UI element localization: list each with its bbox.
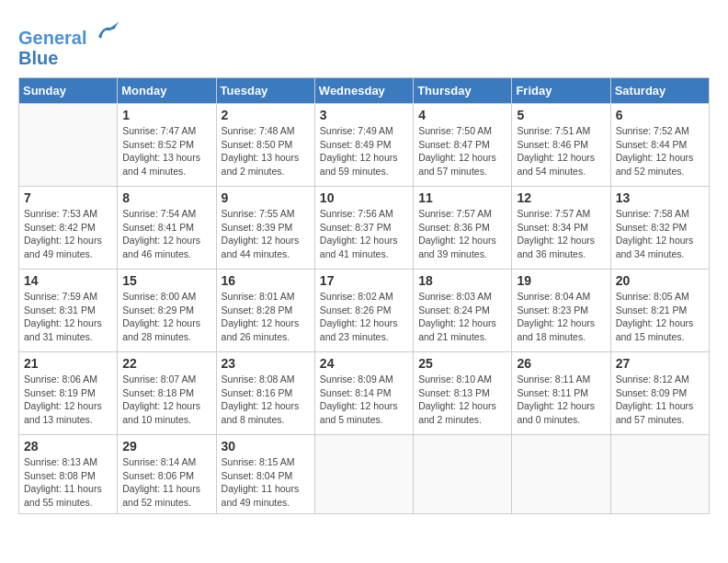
calendar-cell: 5Sunrise: 7:51 AMSunset: 8:46 PMDaylight… [512, 104, 610, 187]
day-number: 20 [616, 273, 704, 288]
weekday-header-saturday: Saturday [610, 78, 709, 104]
day-number: 30 [222, 439, 310, 454]
weekday-header-row: SundayMondayTuesdayWednesdayThursdayFrid… [19, 78, 710, 104]
day-number: 1 [122, 108, 210, 122]
calendar-cell: 25Sunrise: 8:10 AMSunset: 8:13 PMDayligh… [414, 352, 512, 435]
calendar-cell [314, 435, 413, 514]
day-info: Sunrise: 8:15 AMSunset: 8:04 PMDaylight:… [222, 455, 310, 510]
day-info: Sunrise: 8:05 AMSunset: 8:21 PMDaylight:… [616, 290, 704, 344]
calendar-cell: 14Sunrise: 7:59 AMSunset: 8:31 PMDayligh… [19, 270, 118, 352]
calendar-week-row: 7Sunrise: 7:53 AMSunset: 8:42 PMDaylight… [19, 187, 710, 270]
weekday-header-thursday: Thursday [414, 78, 512, 104]
day-info: Sunrise: 7:55 AMSunset: 8:39 PMDaylight:… [222, 207, 310, 261]
calendar-cell: 20Sunrise: 8:05 AMSunset: 8:21 PMDayligh… [610, 270, 709, 352]
calendar-week-row: 14Sunrise: 7:59 AMSunset: 8:31 PMDayligh… [19, 270, 710, 352]
day-number: 22 [122, 356, 210, 371]
day-number: 16 [222, 273, 310, 288]
calendar-cell: 23Sunrise: 8:08 AMSunset: 8:16 PMDayligh… [216, 352, 314, 435]
day-info: Sunrise: 8:09 AMSunset: 8:14 PMDaylight:… [320, 373, 408, 427]
weekday-header-wednesday: Wednesday [314, 78, 413, 104]
day-number: 18 [418, 273, 506, 288]
day-number: 6 [616, 108, 704, 122]
day-info: Sunrise: 8:03 AMSunset: 8:24 PMDaylight:… [418, 290, 506, 344]
day-info: Sunrise: 7:52 AMSunset: 8:44 PMDaylight:… [616, 124, 704, 178]
calendar-cell: 1Sunrise: 7:47 AMSunset: 8:52 PMDaylight… [118, 104, 216, 187]
day-info: Sunrise: 7:50 AMSunset: 8:47 PMDaylight:… [418, 124, 506, 178]
day-number: 13 [616, 190, 704, 205]
day-info: Sunrise: 8:11 AMSunset: 8:11 PMDaylight:… [517, 373, 605, 427]
logo: General Blue [18, 18, 121, 68]
day-info: Sunrise: 8:10 AMSunset: 8:13 PMDaylight:… [418, 373, 506, 427]
day-number: 10 [320, 190, 408, 205]
calendar-week-row: 21Sunrise: 8:06 AMSunset: 8:19 PMDayligh… [19, 352, 710, 435]
calendar-cell: 30Sunrise: 8:15 AMSunset: 8:04 PMDayligh… [216, 435, 314, 514]
calendar-cell: 28Sunrise: 8:13 AMSunset: 8:08 PMDayligh… [19, 435, 118, 514]
day-number: 15 [122, 273, 210, 288]
calendar-cell: 21Sunrise: 8:06 AMSunset: 8:19 PMDayligh… [19, 352, 118, 435]
day-number: 14 [24, 273, 112, 288]
day-number: 28 [24, 439, 112, 454]
calendar-cell [610, 435, 709, 514]
day-info: Sunrise: 8:04 AMSunset: 8:23 PMDaylight:… [517, 290, 605, 344]
calendar-cell: 12Sunrise: 7:57 AMSunset: 8:34 PMDayligh… [512, 187, 610, 270]
day-info: Sunrise: 8:12 AMSunset: 8:09 PMDaylight:… [616, 373, 704, 427]
day-number: 11 [418, 190, 506, 205]
day-info: Sunrise: 7:58 AMSunset: 8:32 PMDaylight:… [616, 207, 704, 261]
calendar-week-row: 1Sunrise: 7:47 AMSunset: 8:52 PMDaylight… [19, 104, 710, 187]
day-number: 8 [122, 190, 210, 205]
calendar-cell [19, 104, 118, 187]
day-number: 7 [24, 190, 112, 205]
calendar-cell [512, 435, 610, 514]
calendar-cell: 17Sunrise: 8:02 AMSunset: 8:26 PMDayligh… [314, 270, 413, 352]
day-number: 29 [122, 439, 210, 454]
day-number: 19 [517, 273, 605, 288]
day-number: 17 [320, 273, 408, 288]
calendar-cell: 11Sunrise: 7:57 AMSunset: 8:36 PMDayligh… [414, 187, 512, 270]
calendar-cell [414, 435, 512, 514]
calendar-cell: 24Sunrise: 8:09 AMSunset: 8:14 PMDayligh… [314, 352, 413, 435]
calendar-cell: 22Sunrise: 8:07 AMSunset: 8:18 PMDayligh… [118, 352, 216, 435]
day-number: 26 [517, 356, 605, 371]
day-info: Sunrise: 7:48 AMSunset: 8:50 PMDaylight:… [222, 124, 310, 178]
calendar-cell: 13Sunrise: 7:58 AMSunset: 8:32 PMDayligh… [610, 187, 709, 270]
calendar-week-row: 28Sunrise: 8:13 AMSunset: 8:08 PMDayligh… [19, 435, 710, 514]
weekday-header-monday: Monday [118, 78, 216, 104]
day-info: Sunrise: 8:00 AMSunset: 8:29 PMDaylight:… [122, 290, 210, 344]
weekday-header-tuesday: Tuesday [216, 78, 314, 104]
day-number: 4 [418, 108, 506, 122]
day-info: Sunrise: 7:53 AMSunset: 8:42 PMDaylight:… [24, 207, 112, 261]
day-number: 12 [517, 190, 605, 205]
calendar-cell: 18Sunrise: 8:03 AMSunset: 8:24 PMDayligh… [414, 270, 512, 352]
calendar-cell: 19Sunrise: 8:04 AMSunset: 8:23 PMDayligh… [512, 270, 610, 352]
calendar-cell: 15Sunrise: 8:00 AMSunset: 8:29 PMDayligh… [118, 270, 216, 352]
day-info: Sunrise: 7:54 AMSunset: 8:41 PMDaylight:… [122, 207, 210, 261]
day-info: Sunrise: 8:01 AMSunset: 8:28 PMDaylight:… [222, 290, 310, 344]
day-info: Sunrise: 8:07 AMSunset: 8:18 PMDaylight:… [122, 373, 210, 427]
day-number: 3 [320, 108, 408, 122]
calendar-cell: 7Sunrise: 7:53 AMSunset: 8:42 PMDaylight… [19, 187, 118, 270]
calendar-cell: 2Sunrise: 7:48 AMSunset: 8:50 PMDaylight… [216, 104, 314, 187]
calendar-cell: 16Sunrise: 8:01 AMSunset: 8:28 PMDayligh… [216, 270, 314, 352]
weekday-header-friday: Friday [512, 78, 610, 104]
day-number: 24 [320, 356, 408, 371]
day-number: 27 [616, 356, 704, 371]
logo-general: General [18, 28, 86, 48]
day-info: Sunrise: 7:57 AMSunset: 8:36 PMDaylight:… [418, 207, 506, 261]
day-number: 9 [222, 190, 310, 205]
calendar-table: SundayMondayTuesdayWednesdayThursdayFrid… [18, 77, 710, 514]
day-number: 21 [24, 356, 112, 371]
calendar-cell: 8Sunrise: 7:54 AMSunset: 8:41 PMDaylight… [118, 187, 216, 270]
day-number: 23 [222, 356, 310, 371]
logo-blue: Blue [18, 48, 58, 68]
page-header: General Blue [18, 18, 710, 68]
day-info: Sunrise: 7:59 AMSunset: 8:31 PMDaylight:… [24, 290, 112, 344]
calendar-cell: 9Sunrise: 7:55 AMSunset: 8:39 PMDaylight… [216, 187, 314, 270]
day-info: Sunrise: 8:08 AMSunset: 8:16 PMDaylight:… [222, 373, 310, 427]
day-info: Sunrise: 8:14 AMSunset: 8:06 PMDaylight:… [122, 455, 210, 510]
day-info: Sunrise: 8:02 AMSunset: 8:26 PMDaylight:… [320, 290, 408, 344]
calendar-cell: 27Sunrise: 8:12 AMSunset: 8:09 PMDayligh… [610, 352, 709, 435]
day-info: Sunrise: 7:47 AMSunset: 8:52 PMDaylight:… [122, 124, 210, 178]
calendar-cell: 4Sunrise: 7:50 AMSunset: 8:47 PMDaylight… [414, 104, 512, 187]
calendar-cell: 6Sunrise: 7:52 AMSunset: 8:44 PMDaylight… [610, 104, 709, 187]
day-info: Sunrise: 7:57 AMSunset: 8:34 PMDaylight:… [517, 207, 605, 261]
